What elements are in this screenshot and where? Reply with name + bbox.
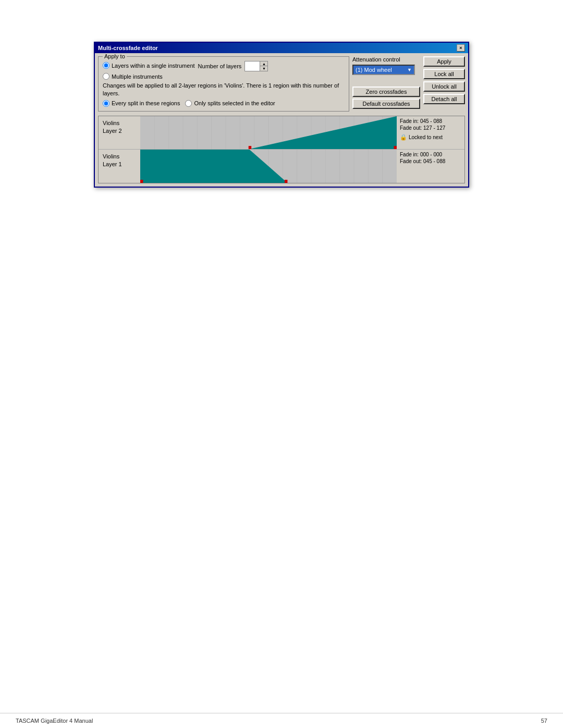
footer-page-number: 57	[541, 718, 547, 724]
crossfade-buttons: Zero crossfades Default crossfades	[352, 87, 420, 109]
radio-every-split-label: Every split in these regions	[112, 100, 180, 106]
apply-button[interactable]: Apply	[423, 56, 465, 67]
split-radio-row: Every split in these regions Only splits…	[103, 100, 345, 107]
layer-1-fade-in: Fade in: 000 - 000	[400, 152, 461, 157]
content-area: Multi-crossfade editor × Apply to	[0, 0, 563, 713]
lock-icon: 🔒	[400, 134, 407, 141]
svg-rect-41	[285, 180, 287, 183]
layer-2-label: Violins Layer 2	[99, 116, 140, 149]
num-layers-input[interactable]: 2	[245, 63, 260, 70]
layer-1-info: Fade in: 000 - 000 Fade out: 045 - 088	[397, 150, 464, 183]
dialog-titlebar: Multi-crossfade editor ×	[95, 43, 468, 53]
dialog-close-button[interactable]: ×	[457, 44, 465, 52]
dialog-body: Apply to Layers within a single instrume…	[95, 53, 468, 187]
dropdown-arrow-icon: ▼	[407, 67, 412, 72]
radio-multiple-instruments-row: Multiple instruments	[103, 73, 345, 80]
attenuation-dropdown-value: (1) Mod wheel	[356, 67, 392, 73]
lock-all-button[interactable]: Lock all	[423, 69, 465, 79]
layer-2-canvas	[140, 116, 397, 149]
default-crossfades-button[interactable]: Default crossfades	[352, 98, 420, 109]
layer-1-waveform	[140, 150, 397, 183]
layers-area: Violins Layer 2	[98, 116, 465, 183]
layer-row: Violins Layer 2	[99, 116, 464, 150]
action-buttons: Apply Lock all Unlock all Detach all	[423, 56, 465, 112]
right-controls: Attenuation control (1) Mod wheel ▼ Zero…	[352, 56, 465, 112]
dialog-window: Multi-crossfade editor × Apply to	[94, 42, 469, 188]
svg-rect-19	[249, 146, 251, 149]
layer-2-fade-out: Fade out: 127 - 127	[400, 125, 461, 131]
apply-to-content: Layers within a single instrument Number…	[103, 61, 345, 107]
layer-1-canvas	[140, 150, 397, 183]
layer-1-row: Violins Layer 1	[99, 150, 464, 183]
radio-multiple-instruments-label: Multiple instruments	[112, 73, 163, 80]
zero-crossfades-button[interactable]: Zero crossfades	[352, 87, 420, 97]
layer-2-fade-in: Fade in: 045 - 088	[400, 118, 461, 124]
layer-1-fade-out: Fade out: 045 - 088	[400, 158, 461, 164]
footer-manual-label: TASCAM GigaEditor 4 Manual	[16, 718, 93, 724]
info-text: Changes will be applied to all 2-layer r…	[103, 82, 345, 98]
layer-2-info: Fade in: 045 - 088 Fade out: 127 - 127 🔒…	[397, 116, 464, 149]
spinner-arrows: ▲ ▼	[260, 61, 267, 71]
radio-every-split[interactable]	[103, 100, 109, 107]
spinner-down-button[interactable]: ▼	[260, 66, 267, 71]
attenuation-label: Attenuation control	[352, 56, 420, 63]
page-wrapper: Multi-crossfade editor × Apply to	[0, 0, 563, 728]
num-layers-label: Number of layers	[198, 63, 242, 69]
layers-row: Layers within a single instrument Number…	[103, 61, 345, 71]
layer-2-sublabel: Layer 2	[103, 127, 136, 135]
detach-all-button[interactable]: Detach all	[423, 94, 465, 104]
apply-to-legend: Apply to	[103, 53, 127, 59]
dialog-title: Multi-crossfade editor	[98, 45, 158, 51]
layer-2-name: Violins	[103, 119, 136, 127]
num-layers-spinner[interactable]: 2 ▲ ▼	[244, 61, 268, 71]
layer-2-waveform	[140, 116, 397, 149]
svg-rect-20	[394, 146, 397, 149]
apply-to-groupbox: Apply to Layers within a single instrume…	[98, 56, 349, 112]
unlock-all-button[interactable]: Unlock all	[423, 81, 465, 92]
radio-selected-splits[interactable]	[185, 100, 192, 107]
close-icon: ×	[459, 45, 462, 51]
lock-label: Locked to next	[409, 134, 443, 140]
top-section: Apply to Layers within a single instrume…	[98, 56, 465, 112]
svg-rect-40	[140, 180, 143, 183]
layer-1-sublabel: Layer 1	[103, 161, 136, 168]
layer-1-label: Violins Layer 1	[99, 150, 140, 183]
lock-indicator: 🔒 Locked to next	[400, 134, 461, 141]
spinner-up-button[interactable]: ▲	[260, 61, 267, 66]
page-footer: TASCAM GigaEditor 4 Manual 57	[0, 713, 563, 728]
attenuation-col: Attenuation control (1) Mod wheel ▼ Zero…	[352, 56, 420, 112]
radio-multiple-instruments[interactable]	[103, 73, 109, 80]
radio-single-instrument-row: Layers within a single instrument	[103, 62, 195, 69]
radio-single-instrument-label: Layers within a single instrument	[112, 63, 195, 69]
radio-selected-splits-label: Only splits selected in the editor	[194, 100, 275, 106]
layer-1-name: Violins	[103, 153, 136, 161]
radio-single-instrument[interactable]	[103, 62, 109, 69]
attenuation-dropdown[interactable]: (1) Mod wheel ▼	[352, 65, 415, 75]
